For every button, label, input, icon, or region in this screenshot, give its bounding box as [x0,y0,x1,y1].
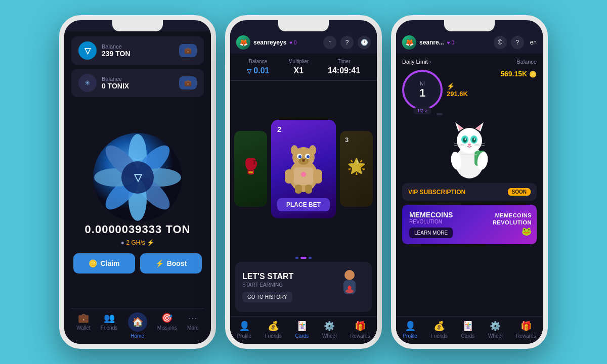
phone-1-main: ▽ Balance 239 TON 💼 ✳ Balance 0 [64,31,211,344]
cat-character-area [402,114,537,180]
boost-label: Boost [167,259,187,267]
tonix-wallet-button[interactable]: 💼 [179,76,197,89]
go-to-history-button[interactable]: GO TO HISTORY [242,292,292,302]
banner-subtitle: START EARNING [242,282,293,288]
banner-person-svg [334,268,365,301]
nav-more[interactable]: ⋯ More [187,312,199,339]
level-circle: lvl 1 1/2 > [402,70,443,110]
home-icon: 🏠 [132,316,143,328]
phone-2: 🦊 seanreyeys ♥ 0 ↑ ? 🕐 Balance ▽ 0.01 [225,15,382,349]
phone-2-notch [278,20,329,31]
p2-share-icon[interactable]: ↑ [323,36,336,49]
p3-help-icon[interactable]: ? [511,36,524,49]
vip-label: VIP SUBSCRIPTION [408,189,465,196]
p3-user-info: 🦊 seanre... ♥ 0 [402,35,454,50]
lets-start-banner: LET'S START START EARNING GO TO HISTORY [235,262,372,312]
p3-nav-profile[interactable]: 👤 Profile [403,321,417,339]
p2-nav-profile-label: Profile [237,333,251,339]
svg-text:▽: ▽ [134,172,143,183]
p3-header-icons: © ? en [494,36,537,49]
p2-nav-rewards[interactable]: 🎁 Rewards [350,321,370,339]
svg-rect-24 [313,169,322,184]
dot-3 [309,257,312,259]
p3-profile-icon: 👤 [405,321,416,332]
p2-nav-cards[interactable]: 🃏 Cards [295,321,309,339]
p2-nav-wheel[interactable]: ⚙️ Wheel [322,321,336,339]
p3-c-icon[interactable]: © [494,36,507,49]
ton-wallet-button[interactable]: 💼 [179,44,197,57]
level-balance-row: lvl 1 1/2 > ⚡ 291.6K 569.15K 🪙 [402,70,537,110]
card-right-num: 3 [345,136,349,144]
tonix-balance-card: ✳ Balance 0 TONIX 💼 [71,69,204,97]
p2-multiplier-label: Multiplier [288,59,309,64]
missions-icon: 🎯 [161,312,172,324]
card-center[interactable]: 2 [271,120,336,218]
p2-nav-rewards-label: Rewards [350,333,370,339]
card-left[interactable]: 🥊 [234,131,267,207]
nav-friends[interactable]: 👥 Friends [101,312,117,339]
svg-point-19 [307,155,310,158]
phone-3-header: 🦊 seanre... ♥ 0 © ? en [396,31,543,54]
p3-nav-profile-label: Profile [403,333,417,339]
p3-nav-rewards-label: Rewards [516,333,536,339]
tonix-balance-left: ✳ Balance 0 TONIX [78,74,129,92]
p2-timer-stat: Timer 14:09:41 [328,59,360,75]
p2-nav-friends-label: Friends [265,333,281,339]
p2-clock-icon[interactable]: 🕐 [358,36,371,49]
phone-2-content: 🦊 seanreyeys ♥ 0 ↑ ? 🕐 Balance ▽ 0.01 [230,31,377,344]
phone-2-header: 🦊 seanreyeys ♥ 0 ↑ ? 🕐 [230,31,377,54]
ton-balance-label: Balance [102,43,131,50]
p3-avatar: 🦊 [402,35,416,50]
balance-right-label: Balance [516,59,537,65]
claim-button[interactable]: 🪙 Claim [73,253,135,274]
meme-right-text: MEMECOINSREVOLUTION🐸 [493,212,532,237]
learn-more-button[interactable]: LEARN MORE [409,228,453,238]
svg-point-40 [472,138,476,143]
card-right[interactable]: 3 🌟 [340,131,373,207]
claim-icon: 🪙 [89,259,97,267]
tonix-balance-value: 0 TONIX [102,82,129,90]
p2-balance-label: Balance [247,59,270,64]
p2-username: seanreyeys [253,39,286,46]
nav-home-bg: 🏠 [128,312,147,332]
p2-balance-value: ▽ 0.01 [247,66,270,75]
svg-point-22 [301,172,306,177]
spinner-area[interactable]: ▽ 0.0000039333 TON ● 2 GH/s ⚡ 🪙 Claim [71,101,204,308]
boost-button[interactable]: ⚡ Boost [140,253,202,274]
nav-wallet[interactable]: 💼 Wallet [76,312,90,339]
p3-nav-friends[interactable]: 💰 Friends [430,321,447,339]
p2-header-icons: ↑ ? 🕐 [323,36,371,49]
phone-2-nav: 👤 Profile 💰 Friends 🃏 Cards ⚙️ Wheel 🎁 [230,316,377,344]
nav-home[interactable]: 🏠 Home [128,312,147,339]
p2-balance-num: 0.01 [253,66,269,75]
p3-nav-cards[interactable]: 🃏 Cards [461,321,475,339]
phone-3: 🦊 seanre... ♥ 0 © ? en Daily Limit › [391,15,548,349]
coins-display: ⚡ 291.6K [447,82,468,98]
p3-friends-icon: 💰 [433,321,445,332]
p2-nav-profile[interactable]: 👤 Profile [237,321,251,339]
phone-1: ▽ Balance 239 TON 💼 ✳ Balance 0 [59,15,216,349]
p2-friends-icon: 💰 [268,321,279,332]
phone-1-notch [112,20,163,31]
coin-icon: 🪙 [529,71,537,78]
p2-help-icon[interactable]: ? [340,36,354,49]
nav-missions[interactable]: 🎯 Missions [157,312,177,339]
meme-subtitle: REVOLUTION [409,219,453,224]
ton-icon: ▽ [78,41,97,60]
daily-limit-arrow[interactable]: › [429,59,431,65]
p3-nav-cards-label: Cards [461,333,475,339]
p2-timer-value: 14:09:41 [328,66,360,75]
place-bet-button[interactable]: PLACE BET [277,198,330,211]
p2-timer-label: Timer [328,59,360,64]
p2-nav-friends[interactable]: 💰 Friends [265,321,281,339]
p2-heart-icon: ♥ 0 [289,40,296,46]
banner-title: LET'S START [242,272,293,281]
phone-3-nav: 👤 Profile 💰 Friends 🃏 Cards ⚙️ Wheel 🎁 [396,316,543,344]
phone-1-content: ▽ Balance 239 TON 💼 ✳ Balance 0 [64,31,211,344]
level-number: 1 [419,86,425,100]
more-icon: ⋯ [188,312,197,324]
ton-balance-left: ▽ Balance 239 TON [78,41,131,60]
p3-nav-wheel[interactable]: ⚙️ Wheel [488,321,502,339]
p3-nav-rewards[interactable]: 🎁 Rewards [516,321,536,339]
dot-2 [300,257,307,259]
